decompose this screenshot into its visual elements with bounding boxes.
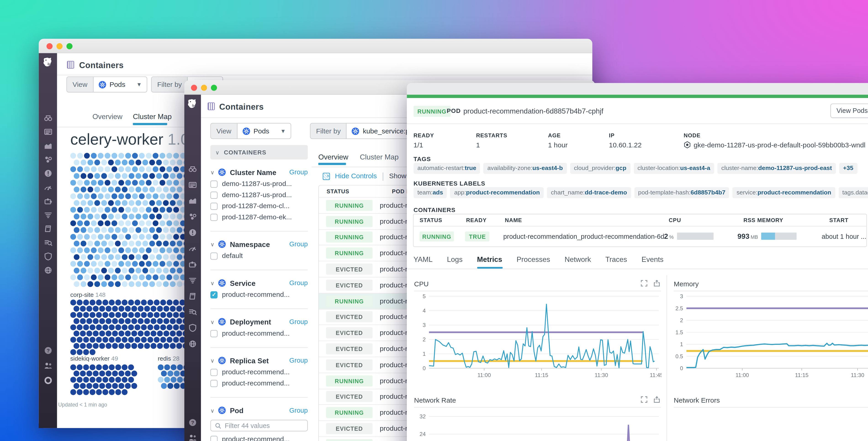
metrics-icon[interactable]	[188, 196, 197, 205]
checkbox[interactable]	[210, 380, 218, 387]
events-icon[interactable]	[43, 127, 52, 136]
avatar-icon[interactable]	[43, 376, 52, 385]
expand-chart-icon[interactable]	[641, 396, 648, 403]
metrics-icon[interactable]	[43, 141, 52, 150]
monitors-icon[interactable]	[43, 169, 52, 178]
security-icon[interactable]	[188, 323, 197, 332]
integrations-icon[interactable]	[188, 260, 197, 269]
notebooks-icon[interactable]	[188, 292, 197, 300]
zoom-button[interactable]	[66, 43, 73, 49]
tab-overview[interactable]: Overview	[93, 112, 122, 121]
security-icon[interactable]	[43, 252, 52, 261]
help-icon[interactable]: ?	[43, 346, 52, 355]
filter-item[interactable]: product-recommend...	[210, 366, 308, 378]
tag-pill[interactable]: automatic-restart:true	[413, 163, 480, 173]
dot-grid-sidekiq[interactable]	[70, 364, 138, 399]
col-ready[interactable]: READY	[466, 217, 505, 223]
view-pods-button[interactable]: View Pods	[830, 103, 868, 118]
dashboards-icon[interactable]	[188, 244, 197, 253]
filter-item[interactable]: prod-11287-demo-cl...	[210, 200, 308, 211]
checkbox[interactable]	[210, 369, 218, 376]
log-explorer-icon[interactable]	[188, 307, 197, 316]
tab-overview[interactable]: Overview	[318, 153, 348, 161]
dashboards-icon[interactable]	[43, 183, 52, 192]
tags-more-pill[interactable]: +35	[839, 163, 857, 173]
notebooks-icon[interactable]	[43, 225, 52, 233]
container-row[interactable]: RUNNING TRUE product-recommendation_prod…	[413, 226, 866, 246]
filter-group-pod[interactable]: ∨ Pod Group	[210, 404, 308, 416]
log-explorer-icon[interactable]	[43, 238, 52, 247]
view-select[interactable]: View Pods▼	[210, 123, 291, 139]
close-button[interactable]	[191, 85, 197, 91]
tab-yaml[interactable]: YAML	[413, 255, 432, 263]
tag-pill[interactable]: tags.datadoghq.com/env	[839, 187, 868, 198]
tab-cluster-map[interactable]: Cluster Map	[360, 153, 399, 161]
integrations-icon[interactable]	[43, 197, 52, 205]
group-link[interactable]: Group	[289, 240, 308, 248]
chart-netrate[interactable]: 2432	[413, 407, 661, 441]
checkbox[interactable]	[210, 330, 218, 337]
chart-neterrors[interactable]	[673, 407, 868, 441]
filter-item[interactable]: product-recommend...	[210, 289, 308, 300]
close-button[interactable]	[46, 43, 53, 49]
chart-cpu[interactable]: 01234511:0011:1511:3011:45	[413, 290, 661, 401]
filter-group-cluster-name[interactable]: ∨ Cluster Name Group	[210, 166, 308, 178]
tag-pill[interactable]: chart_name:dd-trace-demo	[547, 187, 631, 198]
tag-pill[interactable]: pod-template-hash:6d8857b4b7	[634, 187, 730, 198]
minimize-button[interactable]	[201, 85, 207, 91]
group-link[interactable]: Group	[289, 318, 308, 326]
apm-icon[interactable]	[188, 212, 197, 221]
checkbox[interactable]	[210, 202, 218, 210]
checkbox[interactable]	[210, 436, 218, 441]
tag-pill[interactable]: app:product-recommendation	[450, 187, 544, 198]
checkbox[interactable]	[210, 191, 218, 199]
users-icon[interactable]	[188, 433, 197, 441]
filter-item[interactable]: product-recommend...	[210, 378, 308, 389]
export-chart-icon[interactable]	[653, 396, 660, 403]
filter-group-replica-set[interactable]: ∨ Replica Set Group	[210, 354, 308, 366]
filter-item[interactable]: prod-11287-demo-ek...	[210, 212, 308, 223]
filter-group-namespace[interactable]: ∨ Namespace Group	[210, 238, 308, 250]
filter-item[interactable]: demo-11287-us-prod...	[210, 178, 308, 189]
tab-metrics[interactable]: Metrics	[477, 255, 502, 263]
datadog-logo-icon[interactable]	[187, 98, 199, 112]
watchdog-icon[interactable]	[43, 114, 52, 122]
containers-group-header[interactable]: ∨ CONTAINERS	[210, 145, 308, 159]
checkbox-checked[interactable]	[210, 291, 218, 298]
col-status[interactable]: STATUS	[413, 217, 466, 223]
filter-item[interactable]: product-recommend...	[210, 328, 308, 339]
col-start[interactable]: START	[829, 217, 848, 223]
watchdog-icon[interactable]	[188, 165, 197, 173]
view-select[interactable]: View Pods▼	[66, 76, 148, 92]
group-link[interactable]: Group	[289, 407, 308, 414]
apm-icon[interactable]	[43, 155, 52, 164]
col-cpu[interactable]: CPU	[669, 217, 744, 223]
tag-pill[interactable]: cloud_provider:gcp	[570, 163, 630, 173]
tag-pill[interactable]: team:ads	[413, 187, 447, 198]
checkbox[interactable]	[210, 180, 218, 187]
tab-processes[interactable]: Processes	[517, 255, 550, 263]
tab-network[interactable]: Network	[565, 255, 591, 263]
tag-pill[interactable]: cluster-location:us-east4-a	[633, 163, 714, 173]
monitors-icon[interactable]	[188, 228, 197, 237]
logs-icon[interactable]	[188, 275, 197, 285]
hide-controls-link[interactable]: Hide Controls	[335, 172, 377, 180]
filter-group-service[interactable]: ∨ Service Group	[210, 277, 308, 289]
tab-events[interactable]: Events	[642, 255, 663, 263]
network-icon[interactable]	[43, 266, 52, 275]
datadog-logo-icon[interactable]	[42, 57, 54, 70]
minimize-button[interactable]	[56, 43, 63, 49]
checkbox[interactable]	[210, 213, 218, 221]
export-chart-icon[interactable]	[653, 280, 660, 287]
filter-item[interactable]: demo-11287-us-prod...	[210, 189, 308, 200]
tab-cluster-map[interactable]: Cluster Map	[133, 112, 172, 121]
col-rss[interactable]: RSS MEMORY	[744, 217, 829, 223]
network-icon[interactable]	[188, 339, 197, 348]
tag-pill[interactable]: cluster-name:demo-11287-us-prod-east	[717, 163, 836, 173]
group-link[interactable]: Group	[289, 279, 308, 287]
zoom-button[interactable]	[211, 85, 217, 91]
column-header-status[interactable]: STATUS	[327, 188, 392, 195]
expand-chart-icon[interactable]	[641, 280, 648, 287]
tag-pill[interactable]: service:product-recommendation	[733, 187, 835, 198]
filter-item[interactable]: default	[210, 250, 308, 261]
